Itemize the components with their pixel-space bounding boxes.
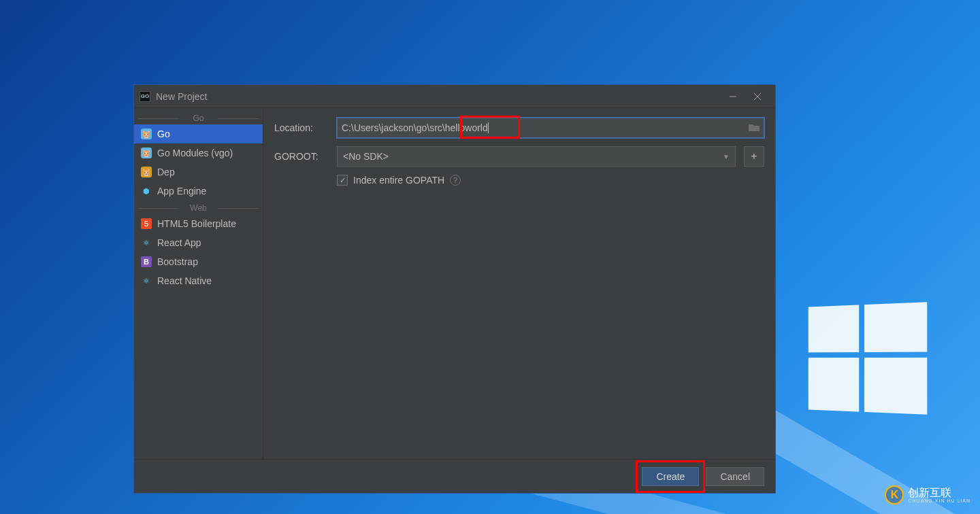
- go-icon: 🐹: [141, 148, 152, 158]
- sidebar-item-label: App Engine: [157, 186, 206, 196]
- goroot-select[interactable]: <No SDK> ▼: [337, 146, 736, 167]
- sidebar-group-go: Go: [134, 114, 263, 123]
- location-value-prefix: C:\Users\jackson\go\src\: [342, 122, 445, 133]
- sidebar-item-go-modules[interactable]: 🐹 Go Modules (vgo): [134, 143, 263, 162]
- react-icon: ⚛: [141, 237, 152, 248]
- react-icon: ⚛: [141, 275, 152, 286]
- close-button[interactable]: [745, 87, 770, 106]
- sidebar-item-react-app[interactable]: ⚛ React App: [134, 233, 263, 252]
- help-icon[interactable]: ?: [450, 175, 461, 186]
- add-sdk-button[interactable]: +: [744, 146, 764, 167]
- sidebar-item-label: Go Modules (vgo): [157, 148, 233, 158]
- new-project-dialog: GO New Project Go 🐹 Go 🐹 Go Modules (vgo…: [133, 84, 776, 494]
- watermark-text: 创新互联: [908, 487, 970, 498]
- windows-logo-icon: [808, 302, 927, 415]
- sidebar-item-label: Bootstrap: [157, 256, 198, 267]
- form-panel: Location: C:\Users\jackson\go\src\hellow…: [263, 108, 775, 459]
- watermark-logo-icon: K: [885, 485, 904, 504]
- sidebar-item-bootstrap[interactable]: B Bootstrap: [134, 252, 263, 271]
- app-icon: GO: [140, 91, 150, 102]
- create-button[interactable]: Create: [642, 467, 699, 486]
- sidebar-item-label: Go: [157, 128, 170, 139]
- location-input[interactable]: C:\Users\jackson\go\src\helloworld: [337, 118, 764, 138]
- sidebar-item-go[interactable]: 🐹 Go: [134, 124, 263, 143]
- goroot-value: <No SDK>: [343, 151, 389, 162]
- checkbox-label: Index entire GOPATH: [353, 175, 444, 186]
- minimize-button[interactable]: [721, 87, 745, 106]
- project-type-sidebar: Go 🐹 Go 🐹 Go Modules (vgo) 🐹 Dep ⬢ App E…: [134, 108, 263, 459]
- sidebar-item-html5[interactable]: 5 HTML5 Boilerplate: [134, 214, 263, 233]
- app-engine-icon: ⬢: [141, 186, 152, 196]
- dialog-titlebar: GO New Project: [134, 85, 775, 108]
- index-gopath-checkbox[interactable]: ✓: [337, 175, 348, 186]
- watermark: K 创新互联 CHUANG XIN HU LIAN: [885, 485, 970, 504]
- dialog-footer: Create Cancel: [134, 459, 775, 493]
- cancel-button[interactable]: Cancel: [706, 467, 764, 486]
- browse-folder-icon[interactable]: [749, 122, 760, 133]
- html5-icon: 5: [141, 218, 152, 229]
- dep-icon: 🐹: [141, 167, 152, 177]
- sidebar-item-label: Dep: [157, 167, 175, 177]
- sidebar-item-label: HTML5 Boilerplate: [157, 218, 236, 229]
- bootstrap-icon: B: [141, 256, 152, 267]
- dialog-title: New Project: [156, 91, 721, 102]
- sidebar-item-react-native[interactable]: ⚛ React Native: [134, 271, 263, 290]
- go-icon: 🐹: [141, 128, 152, 139]
- sidebar-item-label: React App: [157, 237, 201, 248]
- watermark-subtext: CHUANG XIN HU LIAN: [908, 498, 970, 503]
- sidebar-item-dep[interactable]: 🐹 Dep: [134, 162, 263, 182]
- sidebar-item-label: React Native: [157, 275, 212, 286]
- goroot-label: GOROOT:: [274, 151, 329, 162]
- sidebar-item-app-engine[interactable]: ⬢ App Engine: [134, 182, 263, 201]
- location-value-suffix: helloworld: [445, 122, 488, 133]
- sidebar-group-web: Web: [134, 203, 263, 213]
- location-label: Location:: [274, 122, 329, 133]
- chevron-down-icon: ▼: [723, 153, 730, 160]
- text-cursor: [488, 122, 489, 133]
